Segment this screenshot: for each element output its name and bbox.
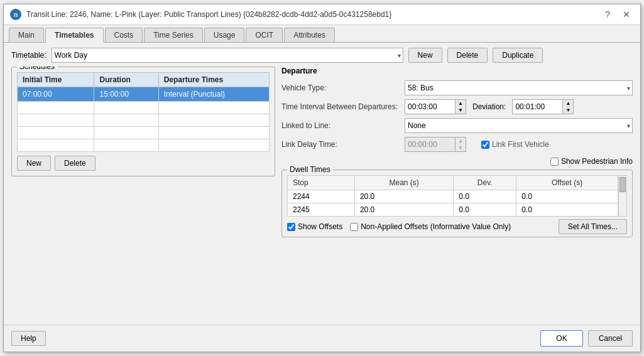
tab-timetables[interactable]: Timetables: [45, 28, 103, 43]
schedule-table: Initial Time Duration Departure Times 07…: [17, 72, 270, 152]
linked-to-line-select[interactable]: None: [405, 118, 633, 133]
dwell-col-dev: Dev.: [454, 176, 516, 190]
timetable-delete-button[interactable]: Delete: [447, 48, 488, 63]
schedule-actions: New Delete: [17, 156, 270, 171]
link-first-vehicle-label: Link First Vehicle: [492, 140, 549, 149]
schedules-group: Schedules Initial Time Duration Departur…: [11, 67, 275, 176]
show-offsets-label: Show Offsets: [298, 222, 342, 231]
show-pedestrian-checkbox[interactable]: [550, 158, 559, 166]
timetable-duplicate-button[interactable]: Duplicate: [493, 48, 543, 63]
time-interval-up-button[interactable]: ▲: [456, 100, 466, 107]
table-row-empty-2: [18, 114, 270, 127]
table-row-empty-3: [18, 127, 270, 139]
schedule-delete-button[interactable]: Delete: [55, 156, 96, 171]
dwell-footer: Show Offsets Non-Applied Offsets (Inform…: [287, 219, 627, 234]
deviation-arrows: ▲ ▼: [562, 99, 574, 114]
vehicle-type-select-wrapper: 58: Bus ▾: [405, 80, 633, 95]
non-applied-offsets-row: Non-Applied Offsets (Informative Value O…: [350, 222, 511, 231]
dwell-times-section: Dwell Times Stop Mean (s) Dev. Offset (s…: [281, 170, 633, 237]
tab-attributes[interactable]: Attributes: [284, 28, 335, 42]
window-title: Transit Line: 2246, Name: L-Pink (Layer:…: [26, 10, 391, 19]
scroll-thumb[interactable]: [619, 177, 626, 192]
title-bar: n Transit Line: 2246, Name: L-Pink (Laye…: [4, 4, 640, 25]
col-duration: Duration: [94, 73, 158, 87]
linked-to-line-select-wrapper: None ▾: [405, 118, 633, 133]
vehicle-type-select[interactable]: 58: Bus: [405, 80, 633, 95]
cell-departure-times: Interval (Punctual): [158, 87, 269, 102]
dwell-dev-0: 0.0: [454, 190, 516, 203]
tab-costs[interactable]: Costs: [105, 28, 143, 42]
schedules-title: Schedules: [17, 67, 57, 71]
dwell-mean-0: 20.0: [354, 190, 453, 203]
tab-main[interactable]: Main: [9, 28, 44, 42]
link-first-vehicle-checkbox[interactable]: [481, 141, 489, 149]
app-icon: n: [10, 9, 21, 20]
show-pedestrian-row: Show Pedestrian Info: [281, 157, 633, 166]
deviation-spin: ▲ ▼: [512, 99, 574, 114]
table-row[interactable]: 07:00:00 15:00:00 Interval (Punctual): [18, 87, 270, 102]
bottom-bar: Help OK Cancel: [4, 325, 640, 352]
help-title-button[interactable]: ?: [601, 8, 614, 21]
link-delay-spin: ▲ ▼: [405, 137, 466, 152]
departure-title: Departure: [281, 67, 633, 75]
timetable-select-wrapper: Work Day ▾: [52, 48, 403, 63]
dwell-col-offset: Offset (s): [516, 176, 618, 190]
cell-initial-time: 07:00:00: [18, 87, 94, 102]
tab-ocit[interactable]: OCIT: [246, 28, 283, 42]
set-all-times-button[interactable]: Set All Times...: [559, 219, 627, 234]
close-button[interactable]: ✕: [619, 8, 634, 21]
non-applied-offsets-checkbox[interactable]: [350, 223, 358, 231]
time-interval-down-button[interactable]: ▼: [456, 107, 466, 114]
dwell-times-group: Dwell Times Stop Mean (s) Dev. Offset (s…: [281, 170, 633, 237]
timetable-select[interactable]: Work Day: [52, 48, 403, 63]
ok-button[interactable]: OK: [540, 330, 582, 347]
link-delay-up-button: ▲: [456, 138, 466, 144]
link-delay-time-label: Link Delay Time:: [281, 140, 401, 149]
show-offsets-row: Show Offsets: [287, 222, 342, 231]
time-interval-row: Time Interval Between Departures: ▲ ▼ De…: [281, 99, 633, 114]
deviation-up-button[interactable]: ▲: [563, 100, 573, 107]
deviation-label: Deviation:: [472, 102, 506, 111]
link-delay-down-button: ▼: [456, 144, 466, 151]
help-button[interactable]: Help: [11, 331, 46, 346]
table-row-empty-1: [18, 102, 270, 114]
tab-bar: Main Timetables Costs Time Series Usage …: [4, 25, 640, 43]
deviation-down-button[interactable]: ▼: [563, 107, 573, 114]
linked-to-line-label: Linked to Line:: [281, 121, 401, 130]
dwell-row-0[interactable]: 2244 20.0 0.0 0.0: [288, 190, 618, 203]
dwell-scrollbar[interactable]: [618, 175, 627, 217]
timetable-new-button[interactable]: New: [408, 48, 442, 63]
show-pedestrian-checkbox-row: Show Pedestrian Info: [550, 157, 633, 166]
schedule-new-button[interactable]: New: [17, 156, 51, 171]
cell-duration: 15:00:00: [94, 87, 158, 102]
col-initial-time: Initial Time: [18, 73, 94, 87]
dwell-mean-1: 20.0: [354, 203, 453, 217]
departure-panel: Departure Vehicle Type: 58: Bus ▾ Time I…: [281, 67, 633, 320]
linked-to-line-row: Linked to Line: None ▾: [281, 118, 633, 133]
dwell-dev-1: 0.0: [454, 203, 516, 217]
show-offsets-checkbox[interactable]: [287, 223, 295, 231]
show-pedestrian-label: Show Pedestrian Info: [561, 157, 633, 166]
tab-time-series[interactable]: Time Series: [144, 28, 203, 42]
tab-content: Timetable: Work Day ▾ New Delete Duplica…: [4, 43, 640, 325]
time-interval-input[interactable]: [405, 99, 455, 114]
main-area: Schedules Initial Time Duration Departur…: [11, 67, 633, 320]
time-interval-spin: ▲ ▼: [405, 99, 466, 114]
dwell-times-title: Dwell Times: [287, 165, 333, 174]
dwell-col-mean: Mean (s): [354, 176, 453, 190]
link-delay-input: [405, 137, 455, 152]
dwell-row-1[interactable]: 2245 20.0 0.0 0.0: [288, 203, 618, 217]
col-departure-times: Departure Times: [158, 73, 269, 87]
deviation-input[interactable]: [512, 99, 562, 114]
time-interval-label: Time Interval Between Departures:: [281, 102, 401, 111]
link-delay-time-row: Link Delay Time: ▲ ▼ Link First Vehicle: [281, 137, 633, 152]
link-delay-arrows: ▲ ▼: [455, 137, 466, 152]
dwell-table-container: Stop Mean (s) Dev. Offset (s) 2244: [287, 175, 627, 217]
non-applied-offsets-label: Non-Applied Offsets (Informative Value O…: [361, 222, 511, 231]
dwell-table: Stop Mean (s) Dev. Offset (s) 2244: [287, 175, 618, 217]
timetable-label: Timetable:: [11, 51, 46, 60]
cancel-button[interactable]: Cancel: [588, 330, 633, 347]
dwell-offset-0: 0.0: [516, 190, 618, 203]
tab-usage[interactable]: Usage: [204, 28, 245, 42]
schedules-panel: Schedules Initial Time Duration Departur…: [11, 67, 275, 320]
